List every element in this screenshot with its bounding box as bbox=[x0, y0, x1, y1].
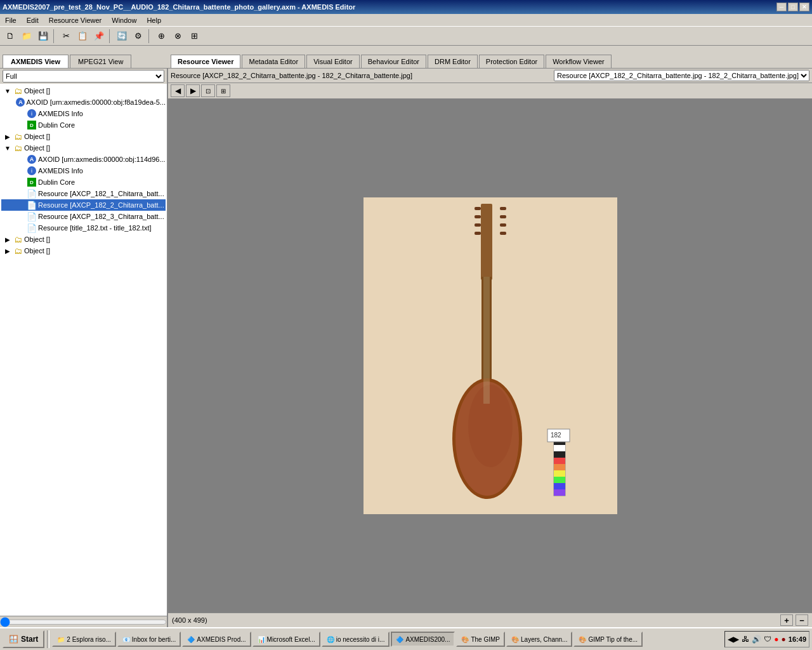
tab-resource-viewer[interactable]: Resource Viewer bbox=[171, 55, 240, 68]
svg-rect-2 bbox=[475, 207, 481, 210]
tree-node-resource-title[interactable]: 📄 Resource [title_182.txt - title_182.tx… bbox=[1, 222, 166, 234]
tree-node-axoid1[interactable]: A AXOID [urn:axmedis:00000:obj:f8a19dea-… bbox=[1, 96, 166, 108]
toggle-object5[interactable]: ▶ bbox=[4, 248, 11, 255]
taskbar-gimp-tip-icon: 🎨 bbox=[579, 636, 586, 643]
left-tabs: AXMEDIS View MPEG21 View bbox=[0, 46, 168, 68]
toolbar-extra2[interactable]: ⊗ bbox=[170, 29, 185, 43]
taskbar-esplora[interactable]: 📁 2 Esplora riso... bbox=[52, 632, 115, 647]
toggle-object4[interactable]: ▶ bbox=[4, 236, 11, 243]
tray-arrows[interactable]: ◀▶ bbox=[728, 635, 739, 644]
nav-forward-button[interactable]: ▶ bbox=[186, 84, 200, 97]
tree-node-axoid2[interactable]: A AXOID [urn:axmedis:00000:obj:114d96... bbox=[1, 154, 166, 165]
resource-select[interactable]: Resource [AXCP_182_2_Chitarra_battente.j… bbox=[554, 70, 809, 81]
tray-speaker[interactable]: 🔊 bbox=[752, 635, 761, 644]
taskbar-web-icon: 🌐 bbox=[327, 636, 334, 643]
tree-node-resource3[interactable]: 📄 Resource [AXCP_182_3_Chitarra_batt... bbox=[1, 211, 166, 222]
toolbar-paste[interactable]: 📌 bbox=[91, 29, 107, 43]
taskbar-gimp-tip[interactable]: 🎨 GIMP Tip of the... bbox=[573, 632, 643, 647]
taskbar-axmedisprod[interactable]: 🔷 AXMEDIS Prod... bbox=[182, 632, 251, 647]
maximize-button[interactable]: □ bbox=[788, 3, 798, 11]
taskbar-axmedis200[interactable]: 🔷 AXMEDIS200... bbox=[391, 632, 455, 647]
view-select[interactable]: Full bbox=[3, 70, 164, 83]
tab-axmedis-view[interactable]: AXMEDIS View bbox=[3, 55, 69, 68]
zoom-out-button[interactable]: − bbox=[796, 614, 808, 626]
tree-node-object1[interactable]: ▼ 🗂 Object [] bbox=[1, 85, 166, 96]
toolbar-new[interactable]: 🗋 bbox=[3, 29, 18, 43]
taskbar-excel[interactable]: 📊 Microsoft Excel... bbox=[252, 632, 320, 647]
main-tabs-row: AXMEDIS View MPEG21 View Resource Viewer… bbox=[0, 46, 812, 69]
toolbar-settings[interactable]: ⚙ bbox=[131, 29, 146, 43]
svg-rect-22 bbox=[554, 483, 565, 489]
taskbar-inbox[interactable]: 📧 Inbox for berti... bbox=[117, 632, 181, 647]
taskbar-esplora-icon: 📁 bbox=[57, 636, 65, 643]
tree-node-dublincore2[interactable]: D Dublin Core bbox=[1, 176, 166, 188]
zoom-in-button[interactable]: + bbox=[780, 614, 793, 626]
tree-node-dublincore1[interactable]: D Dublin Core bbox=[1, 119, 166, 131]
taskbar-esplora-label: 2 Esplora riso... bbox=[67, 636, 110, 643]
tray-security[interactable]: 🛡 bbox=[764, 635, 771, 644]
toggle-object3[interactable]: ▼ bbox=[4, 145, 11, 152]
tab-mpeg21-view[interactable]: MPEG21 View bbox=[70, 55, 131, 68]
toolbar-open[interactable]: 📁 bbox=[19, 29, 34, 43]
taskbar-layers[interactable]: 🎨 Layers, Chann... bbox=[506, 632, 572, 647]
taskbar-web[interactable]: 🌐 io necessito di i... bbox=[322, 632, 390, 647]
right-gray-area bbox=[617, 99, 731, 613]
toggle-object1[interactable]: ▼ bbox=[4, 88, 11, 95]
menu-edit[interactable]: Edit bbox=[24, 15, 41, 25]
toggle-object2[interactable]: ▶ bbox=[4, 133, 11, 140]
svg-rect-9 bbox=[500, 232, 506, 235]
toolbar-extra3[interactable]: ⊞ bbox=[187, 29, 202, 43]
resource-nav: ◀ ▶ ⊡ ⊞ bbox=[168, 83, 812, 99]
menu-resource-viewer[interactable]: Resource Viewer bbox=[46, 15, 105, 25]
tree-node-object4[interactable]: ▶ 🗂 Object [] bbox=[1, 234, 166, 245]
tab-visual-editor[interactable]: Visual Editor bbox=[306, 55, 360, 68]
tab-metadata-editor[interactable]: Metadata Editor bbox=[242, 55, 305, 68]
svg-rect-21 bbox=[554, 477, 565, 483]
toolbar-save[interactable]: 💾 bbox=[36, 29, 51, 43]
close-button[interactable]: ✕ bbox=[799, 3, 809, 11]
toolbar-extra1[interactable]: ⊕ bbox=[154, 29, 169, 43]
menu-file[interactable]: File bbox=[3, 15, 19, 25]
taskbar-layers-icon: 🎨 bbox=[511, 636, 519, 643]
start-button[interactable]: 🪟 Start bbox=[3, 630, 44, 648]
left-panel: Full ▼ 🗂 Object [] A AXOID [urn:axmedis:… bbox=[0, 69, 168, 627]
system-tray: ◀▶ 🖧 🔊 🛡 ● ● 16:49 bbox=[724, 631, 809, 647]
toolbar-refresh[interactable]: 🔄 bbox=[114, 29, 129, 43]
menu-window[interactable]: Window bbox=[109, 15, 139, 25]
toolbar-cut[interactable]: ✂ bbox=[58, 29, 74, 43]
icon-resource2: 📄 bbox=[27, 200, 37, 210]
tree-node-object5[interactable]: ▶ 🗂 Object [] bbox=[1, 245, 166, 256]
tab-drm-editor[interactable]: DRM Editor bbox=[428, 55, 478, 68]
svg-rect-6 bbox=[475, 223, 481, 227]
tray-network[interactable]: 🖧 bbox=[742, 635, 749, 644]
svg-rect-4 bbox=[475, 215, 481, 218]
zoom-controls: + − bbox=[780, 614, 808, 626]
toolbar-copy[interactable]: 📋 bbox=[75, 29, 90, 43]
start-label: Start bbox=[21, 635, 38, 644]
icon-object1: 🗂 bbox=[13, 86, 23, 96]
tab-protection-editor[interactable]: Protection Editor bbox=[479, 55, 544, 68]
tree-node-object2[interactable]: ▶ 🗂 Object [] bbox=[1, 131, 166, 142]
left-scrollbar bbox=[0, 616, 167, 627]
tree-node-resource2[interactable]: 📄 Resource [AXCP_182_2_Chitarra_batt... bbox=[1, 199, 166, 211]
menu-bar: File Edit Resource Viewer Window Help bbox=[0, 14, 812, 27]
left-horizontal-scrollbar[interactable] bbox=[0, 618, 167, 627]
icon-object3: 🗂 bbox=[13, 143, 23, 153]
icon-axmedisinfo2: i bbox=[27, 166, 37, 176]
tree-node-axmedisinfo1[interactable]: i AXMEDIS Info bbox=[1, 108, 166, 119]
tree-node-axmedisinfo2[interactable]: i AXMEDIS Info bbox=[1, 165, 166, 176]
icon-object4: 🗂 bbox=[13, 234, 23, 244]
icon-axmedisinfo1: i bbox=[27, 109, 37, 119]
tree-node-resource1[interactable]: 📄 Resource [AXCP_182_1_Chitarra_batt... bbox=[1, 188, 166, 199]
minimize-button[interactable]: ─ bbox=[776, 3, 787, 11]
svg-rect-3 bbox=[500, 207, 506, 210]
tab-behaviour-editor[interactable]: Behaviour Editor bbox=[361, 55, 426, 68]
toolbar-sep2 bbox=[109, 29, 112, 43]
taskbar-gimp[interactable]: 🎨 The GIMP bbox=[456, 632, 505, 647]
tree-node-object3[interactable]: ▼ 🗂 Object [] bbox=[1, 142, 166, 154]
menu-help[interactable]: Help bbox=[144, 15, 164, 25]
nav-actual-size-button[interactable]: ⊞ bbox=[216, 84, 230, 97]
nav-fit-button[interactable]: ⊡ bbox=[201, 84, 215, 97]
tab-workflow-viewer[interactable]: Workflow Viewer bbox=[546, 55, 612, 68]
nav-back-button[interactable]: ◀ bbox=[171, 84, 185, 97]
